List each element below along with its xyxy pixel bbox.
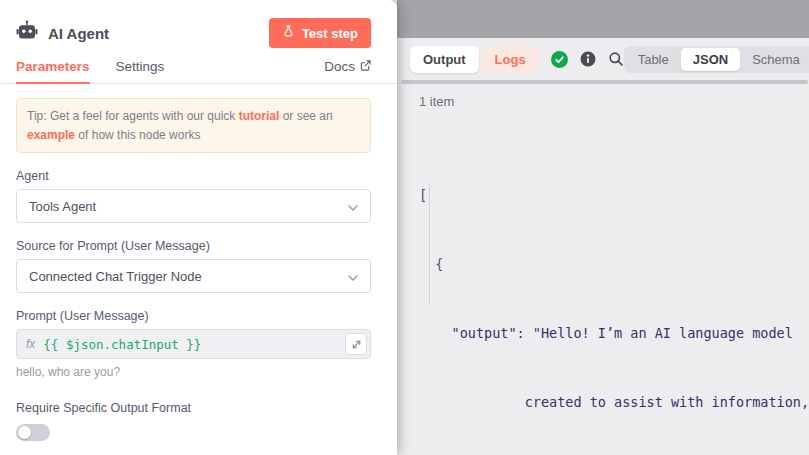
json-line: { [419, 253, 809, 276]
agent-select-value: Tools Agent [29, 199, 96, 214]
json-line: "output": "Hello! I’m an AI language mod… [419, 322, 809, 345]
panel-tabs: Parameters Settings Docs [0, 54, 397, 84]
view-mode-switcher: Table JSON Schema [624, 46, 809, 73]
node-title: AI Agent [48, 25, 109, 42]
require-output-label: Require Specific Output Format [16, 401, 371, 415]
app-root: Output Logs Table JSON Schema 1 item [ { [0, 0, 809, 455]
robot-icon [16, 20, 38, 46]
tip-text: of how this node works [75, 128, 200, 142]
tutorial-link[interactable]: tutorial [239, 109, 280, 123]
tab-json[interactable]: JSON [681, 48, 740, 71]
agent-select[interactable]: Tools Agent [16, 189, 371, 223]
tab-logs[interactable]: Logs [482, 46, 539, 73]
expression-preview: hello, who are you? [16, 365, 371, 379]
tab-schema[interactable]: Schema [740, 48, 809, 71]
test-step-label: Test step [302, 26, 358, 41]
info-icon[interactable] [580, 51, 596, 67]
success-check-icon [551, 51, 568, 68]
tip-text: Tip: Get a feel for agents with our quic… [27, 109, 239, 123]
tab-table[interactable]: Table [626, 48, 681, 71]
tab-settings[interactable]: Settings [116, 59, 165, 83]
agent-field-label: Agent [16, 169, 371, 183]
tip-text: or see an [279, 109, 332, 123]
toggle-knob [18, 426, 31, 439]
flask-icon [282, 25, 295, 41]
expand-expression-button[interactable] [345, 333, 367, 355]
items-count: 1 item [419, 94, 454, 109]
source-select[interactable]: Connected Chat Trigger Node [16, 259, 371, 293]
test-step-button[interactable]: Test step [269, 18, 371, 48]
prompt-expression-field[interactable]: fx {{ $json.chatInput }} [16, 329, 371, 359]
tab-docs[interactable]: Docs [324, 59, 371, 83]
example-link[interactable]: example [27, 128, 75, 142]
horizontal-scrollbar[interactable] [401, 80, 808, 84]
expression-code[interactable]: {{ $json.chatInput }} [43, 337, 345, 352]
source-field-label: Source for Prompt (User Message) [16, 239, 371, 253]
external-link-icon [360, 59, 371, 74]
output-toolbar: Output Logs Table JSON Schema [410, 44, 804, 74]
docs-label: Docs [324, 59, 355, 74]
node-header: AI Agent Test step [16, 0, 371, 50]
workflow-canvas-background [397, 0, 809, 38]
chevron-down-icon [348, 269, 358, 284]
expression-fx-badge: fx [17, 337, 43, 351]
json-output-view: [ { "output": "Hello! I’m an AI language… [419, 138, 809, 455]
chevron-down-icon [348, 199, 358, 214]
node-settings-panel: AI Agent Test step Parameters Settings D… [0, 0, 397, 455]
source-select-value: Connected Chat Trigger Node [29, 269, 202, 284]
require-output-toggle[interactable] [16, 424, 50, 441]
json-line: created to assist with information, [419, 391, 809, 414]
prompt-field-label: Prompt (User Message) [16, 309, 371, 323]
output-panel: Output Logs Table JSON Schema 1 item [ { [397, 0, 809, 455]
tab-parameters[interactable]: Parameters [16, 59, 90, 83]
json-line: [ [419, 184, 809, 207]
search-icon[interactable] [608, 51, 624, 67]
tip-banner: Tip: Get a feel for agents with our quic… [16, 98, 371, 153]
tab-output[interactable]: Output [410, 46, 479, 73]
